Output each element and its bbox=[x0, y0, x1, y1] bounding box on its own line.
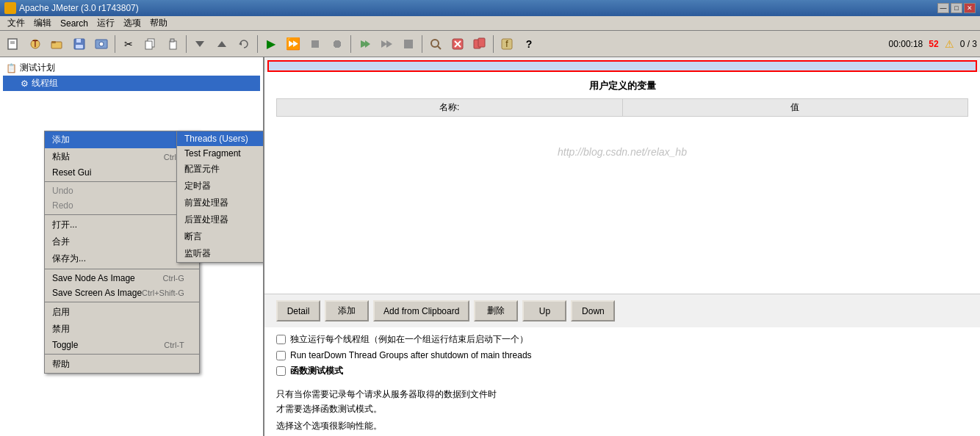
svg-rect-23 bbox=[404, 40, 413, 48]
save-button[interactable] bbox=[69, 34, 90, 54]
ctx-toggle[interactable]: Toggle Ctrl-T bbox=[45, 338, 199, 352]
toolbar-sep-6 bbox=[493, 35, 494, 53]
ctx-sep-5 bbox=[45, 354, 199, 355]
title-text: Apache JMeter (3.0 r1743807) bbox=[19, 3, 937, 13]
maximize-button[interactable]: □ bbox=[951, 3, 962, 13]
toolbar-sep-1 bbox=[115, 35, 115, 53]
ctx-sep-4 bbox=[45, 302, 199, 302]
checkbox-functional[interactable] bbox=[276, 366, 286, 376]
svg-rect-13 bbox=[145, 41, 152, 49]
checkbox-label-2: Run tearDown Thread Groups after shutdow… bbox=[290, 350, 532, 360]
submenu-post-processor[interactable]: 后置处理器 bbox=[177, 211, 264, 228]
table-header: 名称: 值 bbox=[276, 98, 968, 117]
expand-button[interactable] bbox=[190, 34, 210, 54]
option-row-1: 独立运行每个线程组（例如在一个组运行结束后启动下一个） bbox=[276, 333, 968, 346]
collapse-button[interactable] bbox=[212, 34, 232, 54]
section-title: 用户定义的变量 bbox=[276, 79, 968, 92]
svg-point-11 bbox=[99, 42, 104, 46]
stop-button[interactable]: ⏹ bbox=[305, 34, 325, 54]
minimize-button[interactable]: — bbox=[937, 3, 949, 13]
checkbox-teardown[interactable] bbox=[276, 351, 286, 360]
shutdown-button[interactable]: ⏺ bbox=[327, 34, 347, 54]
svg-rect-9 bbox=[76, 45, 83, 48]
svg-marker-20 bbox=[365, 40, 370, 48]
help-button[interactable]: ? bbox=[519, 34, 539, 54]
menu-options[interactable]: 选项 bbox=[119, 15, 145, 31]
reset-button[interactable] bbox=[234, 34, 254, 54]
ctx-sep-3 bbox=[45, 269, 199, 269]
svg-rect-15 bbox=[170, 39, 174, 42]
svg-point-24 bbox=[431, 40, 439, 47]
warning-icon: ⚠ bbox=[945, 38, 954, 50]
svg-rect-6 bbox=[51, 41, 56, 43]
submenu-config[interactable]: 配置元件 bbox=[177, 161, 264, 178]
down-button[interactable]: Down bbox=[571, 300, 615, 321]
clear-all-button[interactable] bbox=[469, 34, 490, 54]
paste-button[interactable] bbox=[162, 34, 183, 54]
watermark: http://blog.csdn.net/relax_hb bbox=[276, 117, 968, 187]
toolbar-right: 00:00:18 52 ⚠ 0 / 3 bbox=[889, 38, 977, 50]
cut-button[interactable]: ✂ bbox=[118, 34, 139, 54]
toolbar-sep-4 bbox=[350, 35, 351, 53]
timer-display: 00:00:18 bbox=[889, 39, 923, 49]
ctx-save-node[interactable]: Save Node As Image Ctrl-G bbox=[45, 271, 199, 286]
submenu-pre-processor[interactable]: 前置处理器 bbox=[177, 195, 264, 211]
new-button[interactable] bbox=[3, 34, 24, 54]
detail-button[interactable]: Detail bbox=[276, 300, 320, 321]
function-helper-button[interactable]: f bbox=[497, 34, 517, 54]
menu-edit[interactable]: 编辑 bbox=[29, 15, 56, 31]
templates-button[interactable]: T bbox=[25, 34, 46, 54]
submenu-listener[interactable]: 监听器 bbox=[177, 245, 264, 262]
checkbox-label-3: 函数测试模式 bbox=[290, 365, 343, 377]
delete-button[interactable]: 删除 bbox=[474, 300, 518, 321]
remote-stop-button[interactable] bbox=[398, 34, 419, 54]
submenu-threads[interactable]: Threads (Users) bbox=[177, 131, 264, 146]
checkbox-independent[interactable] bbox=[276, 335, 286, 344]
save-screen-button[interactable] bbox=[91, 34, 112, 54]
col-value: 值 bbox=[623, 99, 968, 116]
remote-start-all-button[interactable] bbox=[376, 34, 397, 54]
menu-help[interactable]: 帮助 bbox=[145, 15, 172, 31]
svg-rect-30 bbox=[478, 38, 485, 47]
bottom-buttons: Detail 添加 Add from Clipboard 删除 Up Down bbox=[264, 294, 980, 327]
ctx-help[interactable]: 帮助 bbox=[45, 356, 199, 373]
menu-bar: 文件 编辑 Search 运行 选项 帮助 bbox=[0, 16, 980, 31]
start-button[interactable]: ▶ bbox=[261, 34, 281, 54]
title-bar: Apache JMeter (3.0 r1743807) — □ ✕ bbox=[0, 0, 980, 16]
clear-button[interactable] bbox=[447, 34, 468, 54]
info-line-1: 只有当你需要记录每个请求从服务器取得的数据到文件时 bbox=[276, 388, 968, 402]
add-from-clipboard-button[interactable]: Add from Clipboard bbox=[373, 300, 469, 321]
checkbox-label-1: 独立运行每个线程组（例如在一个组运行结束后启动下一个） bbox=[290, 333, 528, 346]
option-row-3: 函数测试模式 bbox=[276, 365, 968, 377]
toolbar: T ✂ ▶ ⏩ ⏹ ⏺ bbox=[0, 31, 980, 57]
options-section: 独立运行每个线程组（例如在一个组运行结束后启动下一个） Run tearDown… bbox=[264, 327, 980, 388]
add-button[interactable]: 添加 bbox=[325, 300, 369, 321]
test-plan-header bbox=[269, 62, 976, 70]
menu-run[interactable]: 运行 bbox=[93, 15, 119, 31]
menu-file[interactable]: 文件 bbox=[3, 15, 29, 31]
svg-marker-21 bbox=[381, 40, 387, 48]
col-name: 名称: bbox=[277, 99, 623, 116]
browse-button[interactable] bbox=[425, 34, 446, 54]
toolbar-sep-5 bbox=[422, 35, 422, 53]
submenu-assertion[interactable]: 断言 bbox=[177, 228, 264, 245]
run-counter: 0 / 3 bbox=[960, 39, 977, 49]
submenu-test-fragment[interactable]: Test Fragment bbox=[177, 146, 264, 161]
open-button[interactable] bbox=[47, 34, 68, 54]
up-button[interactable]: Up bbox=[522, 300, 566, 321]
ctx-save-screen[interactable]: Save Screen As Image Ctrl+Shift-G bbox=[45, 286, 199, 300]
ctx-disable[interactable]: 禁用 bbox=[45, 321, 199, 338]
ctx-enable[interactable]: 启用 bbox=[45, 304, 199, 321]
submenu-timer[interactable]: 定时器 bbox=[177, 178, 264, 195]
window-controls[interactable]: — □ ✕ bbox=[937, 3, 976, 13]
copy-button[interactable] bbox=[140, 34, 161, 54]
toolbar-sep-3 bbox=[257, 35, 258, 53]
option-row-2: Run tearDown Thread Groups after shutdow… bbox=[276, 350, 968, 360]
menu-search[interactable]: Search bbox=[56, 17, 93, 30]
start-no-pause-button[interactable]: ⏩ bbox=[283, 34, 303, 54]
main-area: 📋 测试计划 ⚙ 线程组 添加 粘贴 Ctrl-V Reset Gui bbox=[0, 57, 980, 436]
context-menu-overlay: 添加 粘贴 Ctrl-V Reset Gui Undo Redo bbox=[0, 57, 263, 436]
close-button[interactable]: ✕ bbox=[964, 3, 976, 13]
right-panel: 用户定义的变量 名称: 值 http://blog.csdn.net/relax… bbox=[264, 57, 980, 436]
remote-start-button[interactable] bbox=[354, 34, 375, 54]
